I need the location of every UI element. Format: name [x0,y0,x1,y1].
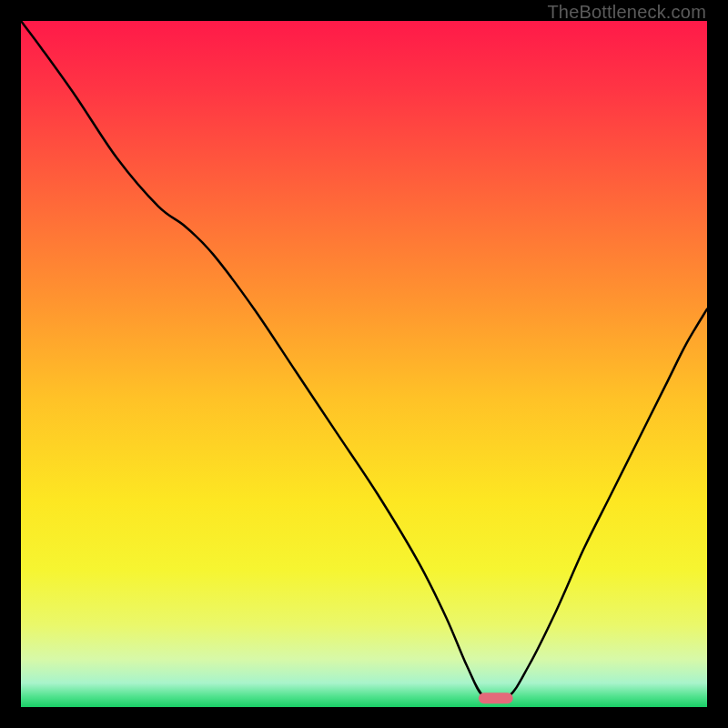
optimal-marker [479,693,513,703]
watermark-text: TheBottleneck.com [547,2,706,23]
chart-container: TheBottleneck.com [0,0,728,728]
chart-svg [21,21,707,707]
gradient-background [21,21,707,707]
plot-area [21,21,707,707]
